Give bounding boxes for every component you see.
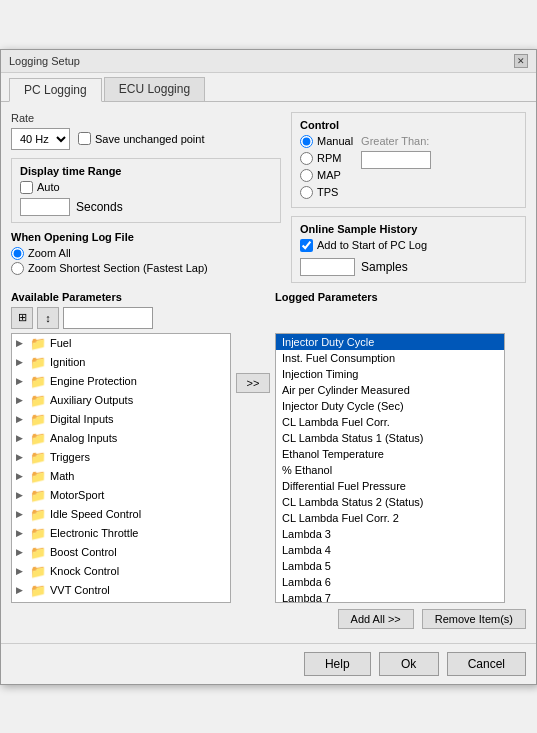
map-radio[interactable] (300, 169, 313, 182)
tree-item-label: Knock Control (50, 565, 119, 577)
expand-arrow: ▶ (16, 585, 26, 595)
list-item[interactable]: ▶ 📁 Knock Control (12, 562, 230, 581)
greater-than-input[interactable]: 50.0 (361, 151, 431, 169)
folder-icon: 📁 (30, 545, 46, 560)
rpm-row: RPM (300, 152, 353, 165)
save-unchanged-checkbox[interactable] (78, 132, 91, 145)
folder-icon: 📁 (30, 583, 46, 598)
tree-item-label: Analog Inputs (50, 432, 117, 444)
add-to-start-row: Add to Start of PC Log (300, 239, 517, 252)
zoom-shortest-row: Zoom Shortest Section (Fastest Lap) (11, 262, 281, 275)
main-window: Logging Setup ✕ PC Logging ECU Logging R… (0, 49, 537, 685)
tab-pc-logging[interactable]: PC Logging (9, 78, 102, 102)
rpm-radio[interactable] (300, 152, 313, 165)
expand-arrow: ▶ (16, 433, 26, 443)
zoom-all-radio[interactable] (11, 247, 24, 260)
list-item[interactable]: Injector Duty Cycle (276, 334, 504, 350)
list-item[interactable]: ▶ 📁 Math (12, 467, 230, 486)
greater-than-group: Greater Than: 50.0 (361, 135, 431, 169)
tree-item-label: Electronic Throttle (50, 527, 138, 539)
add-to-start-checkbox[interactable] (300, 239, 313, 252)
list-item[interactable]: ▶ 📁 Boost Control (12, 543, 230, 562)
manual-row: Manual (300, 135, 353, 148)
when-opening-group: When Opening Log File Zoom All Zoom Shor… (11, 231, 281, 275)
auto-row: Auto (20, 181, 272, 194)
add-all-button[interactable]: Add All >> (338, 609, 414, 629)
remove-items-button[interactable]: Remove Item(s) (422, 609, 526, 629)
rpm-label: RPM (317, 152, 341, 164)
list-item[interactable]: Air per Cylinder Measured (276, 382, 504, 398)
list-item[interactable]: ▶ 📁 VVT Control (12, 581, 230, 600)
grid-icon-btn[interactable]: ⊞ (11, 307, 33, 329)
manual-radio[interactable] (300, 135, 313, 148)
list-item[interactable]: Injection Timing (276, 366, 504, 382)
seconds-input[interactable]: 5 (20, 198, 70, 216)
ap-header: ⊞ ↕ (11, 307, 231, 329)
tab-ecu-logging[interactable]: ECU Logging (104, 77, 205, 101)
list-item[interactable]: ▶ 📁 Analog Inputs (12, 429, 230, 448)
help-button[interactable]: Help (304, 652, 371, 676)
add-remove-row: Add All >> Remove Item(s) (275, 609, 526, 629)
seconds-row: 5 Seconds (20, 198, 272, 216)
close-button[interactable]: ✕ (514, 54, 528, 68)
expand-arrow: ▶ (16, 338, 26, 348)
list-item[interactable]: CL Lambda Status 1 (Status) (276, 430, 504, 446)
ok-button[interactable]: Ok (379, 652, 439, 676)
expand-arrow: ▶ (16, 471, 26, 481)
control-radios: Manual RPM MAP (300, 135, 353, 201)
display-time-title: Display time Range (20, 165, 272, 177)
map-row: MAP (300, 169, 353, 182)
search-input[interactable] (63, 307, 153, 329)
list-item[interactable]: Lambda 7 (276, 590, 504, 603)
list-item[interactable]: ▶ 📁 Idle Speed Control (12, 505, 230, 524)
tree-item-label: Math (50, 470, 74, 482)
list-item[interactable]: ▶ 📁 Digital Inputs (12, 410, 230, 429)
tree-item-label: Triggers (50, 451, 90, 463)
list-item[interactable]: Lambda 5 (276, 558, 504, 574)
auto-checkbox[interactable] (20, 181, 33, 194)
zoom-shortest-radio[interactable] (11, 262, 24, 275)
add-arrow-button[interactable]: >> (236, 373, 270, 393)
list-item[interactable]: Injector Duty Cycle (Sec) (276, 398, 504, 414)
sort-icon-btn[interactable]: ↕ (37, 307, 59, 329)
samples-input[interactable]: 100 (300, 258, 355, 276)
folder-icon: 📁 (30, 450, 46, 465)
online-sample-title: Online Sample History (300, 223, 517, 235)
expand-arrow: ▶ (16, 395, 26, 405)
manual-label: Manual (317, 135, 353, 147)
list-item[interactable]: ▶ 📁 Fuel (12, 334, 230, 353)
tree-item-label: Boost Control (50, 546, 117, 558)
cancel-button[interactable]: Cancel (447, 652, 526, 676)
list-item[interactable]: ▶ 📁 Auxiliary Outputs (12, 391, 230, 410)
list-item[interactable]: Lambda 6 (276, 574, 504, 590)
available-params-section: Available Parameters ⊞ ↕ ▶ 📁 Fuel ▶ 📁 (11, 291, 231, 603)
tps-row: TPS (300, 186, 353, 199)
online-sample-group: Online Sample History Add to Start of PC… (291, 216, 526, 283)
list-item[interactable]: ▶ 📁 MotorSport (12, 486, 230, 505)
expand-arrow: ▶ (16, 376, 26, 386)
rate-label: Rate (11, 112, 281, 124)
available-params-title: Available Parameters (11, 291, 231, 303)
list-item[interactable]: % Ethanol (276, 462, 504, 478)
tps-radio[interactable] (300, 186, 313, 199)
rate-row: 40 Hz 20 Hz 10 Hz 5 Hz 1 Hz Save unchang… (11, 128, 281, 150)
list-item[interactable]: CL Lambda Fuel Corr. 2 (276, 510, 504, 526)
rate-select[interactable]: 40 Hz 20 Hz 10 Hz 5 Hz 1 Hz (11, 128, 70, 150)
zoom-all-row: Zoom All (11, 247, 281, 260)
footer-buttons: Help Ok Cancel (1, 643, 536, 684)
list-item[interactable]: Differential Fuel Pressure (276, 478, 504, 494)
list-item[interactable]: ▶ 📁 Engine Protection (12, 372, 230, 391)
folder-icon: 📁 (30, 336, 46, 351)
right-panel: Control Manual RPM (291, 112, 526, 291)
list-item[interactable]: Lambda 4 (276, 542, 504, 558)
list-item[interactable]: ▶ 📁 Ignition (12, 353, 230, 372)
list-item[interactable]: Inst. Fuel Consumption (276, 350, 504, 366)
list-item[interactable]: ▶ 📁 Electronic Throttle (12, 524, 230, 543)
list-item[interactable]: Lambda 3 (276, 526, 504, 542)
expand-arrow: ▶ (16, 566, 26, 576)
when-opening-title: When Opening Log File (11, 231, 281, 243)
list-item[interactable]: ▶ 📁 Triggers (12, 448, 230, 467)
list-item[interactable]: CL Lambda Status 2 (Status) (276, 494, 504, 510)
list-item[interactable]: CL Lambda Fuel Corr. (276, 414, 504, 430)
list-item[interactable]: Ethanol Temperature (276, 446, 504, 462)
